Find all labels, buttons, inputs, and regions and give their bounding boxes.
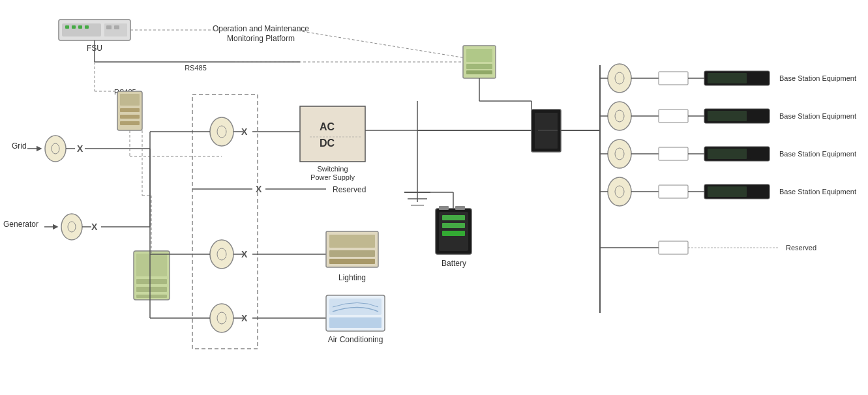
svg-rect-35 (136, 287, 167, 292)
svg-rect-122 (329, 259, 375, 264)
lighting-label: Lighting (338, 273, 366, 282)
grid-label: Grid (12, 141, 27, 151)
svg-rect-112 (455, 206, 465, 210)
dc-label: DC (320, 138, 335, 149)
psu-label1: Switching (317, 165, 348, 173)
svg-rect-10 (114, 25, 119, 29)
svg-rect-78 (708, 73, 747, 83)
svg-rect-106 (750, 186, 766, 197)
svg-rect-33 (136, 254, 167, 276)
svg-point-41 (210, 117, 233, 146)
svg-rect-7 (85, 25, 89, 29)
svg-rect-97 (750, 149, 766, 159)
svg-rect-58 (300, 106, 365, 162)
svg-rect-20 (120, 121, 140, 125)
svg-rect-120 (329, 235, 375, 248)
svg-point-51 (210, 304, 233, 332)
svg-point-27 (61, 214, 82, 240)
svg-rect-4 (65, 25, 69, 29)
svg-rect-79 (750, 73, 766, 83)
svg-rect-114 (442, 215, 465, 220)
battery-label: Battery (441, 259, 466, 268)
svg-point-89 (608, 139, 631, 168)
bse4-label: Base Station Equipment (779, 188, 856, 196)
svg-rect-75 (659, 72, 688, 85)
svg-rect-96 (708, 149, 747, 159)
svg-rect-5 (72, 25, 76, 29)
power-diagram: FSU Operation and Maintenance Monitoring… (0, 0, 868, 395)
svg-point-98 (608, 177, 631, 206)
svg-rect-93 (659, 147, 688, 160)
air-cond-label: Air Conditioning (328, 335, 383, 344)
svg-rect-134 (466, 70, 492, 74)
reserved-label: Reserved (333, 185, 366, 194)
svg-rect-111 (439, 206, 449, 210)
svg-point-80 (608, 102, 631, 130)
bse1-label: Base Station Equipment (779, 74, 856, 82)
svg-rect-18 (120, 108, 140, 112)
reserved2-label: Reserved (786, 244, 816, 252)
svg-rect-88 (750, 111, 766, 121)
svg-rect-84 (659, 110, 688, 123)
monitoring-label2: Monitoring Platform (227, 34, 295, 43)
svg-rect-34 (136, 279, 167, 284)
svg-rect-17 (120, 94, 140, 106)
svg-rect-124 (329, 299, 382, 315)
svg-rect-102 (659, 185, 688, 198)
svg-rect-108 (659, 241, 688, 254)
psu-label2: Power Supply (310, 173, 355, 181)
svg-point-22 (45, 136, 66, 162)
generator-switch: X (91, 222, 98, 232)
svg-rect-19 (120, 115, 140, 119)
bse2-label: Base Station Equipment (779, 112, 856, 120)
reserved-switch: X (256, 184, 262, 194)
svg-rect-87 (708, 111, 747, 121)
svg-rect-105 (708, 186, 747, 197)
svg-rect-121 (329, 250, 375, 257)
svg-rect-125 (329, 317, 382, 328)
grid-switch: X (77, 143, 83, 154)
bse3-label: Base Station Equipment (779, 150, 856, 158)
svg-rect-132 (466, 49, 492, 62)
svg-rect-9 (106, 25, 112, 29)
svg-point-71 (608, 64, 631, 93)
svg-rect-116 (442, 231, 465, 236)
generator-label: Generator (3, 220, 38, 229)
svg-point-46 (210, 240, 233, 269)
svg-rect-115 (442, 223, 465, 228)
svg-rect-133 (466, 64, 492, 69)
rs485-top-label: RS485 (185, 64, 207, 72)
ac-label: AC (320, 121, 335, 132)
svg-rect-6 (78, 25, 82, 29)
svg-rect-36 (136, 295, 167, 298)
monitoring-label: Operation and Maintenance (213, 24, 309, 33)
